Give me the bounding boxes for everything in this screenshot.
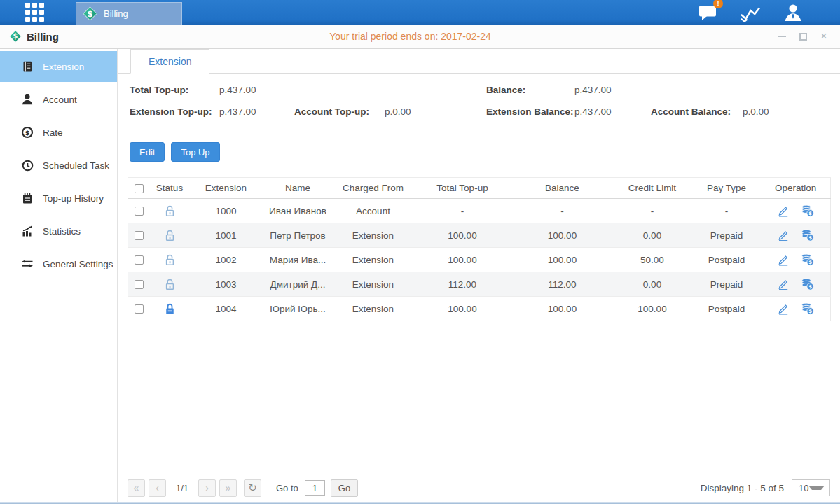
edit-icon[interactable] (777, 204, 790, 217)
sidebar-item-statistics[interactable]: Statistics (0, 216, 117, 246)
row-checkbox[interactable] (135, 304, 144, 314)
bar-chart-icon (21, 225, 34, 237)
table-row: 1003 Дмитрий Д... Extension 112.00 112.0… (128, 272, 830, 297)
refresh-button[interactable]: ↻ (244, 479, 261, 497)
sidebar-item-label: Scheduled Task (43, 160, 109, 171)
first-page-button[interactable]: « (128, 479, 145, 497)
cell-credit-limit: - (613, 199, 691, 223)
user-account-icon[interactable] (782, 2, 804, 23)
cell-credit-limit: 50.00 (613, 248, 691, 272)
window-controls: × (774, 29, 832, 44)
sidebar-item-label: Rate (43, 127, 63, 138)
trial-notice: Your trial period ends on: 2017-02-24 (0, 31, 820, 42)
minimize-button[interactable] (774, 29, 790, 44)
clock-history-icon (21, 159, 34, 172)
row-checkbox[interactable] (135, 280, 144, 289)
prev-page-button[interactable]: ‹ (149, 479, 166, 497)
topup-coins-icon[interactable] (801, 204, 815, 217)
header-operation: Operation (762, 178, 830, 199)
cell-extension: 1001 (189, 223, 263, 248)
cell-balance: 100.00 (511, 297, 613, 321)
chevron-down-icon (808, 486, 825, 490)
monitor-chart-icon[interactable] (739, 2, 761, 23)
page-size-select[interactable]: 10 (792, 479, 830, 496)
extension-table: Status Extension Name Charged From Total… (128, 177, 831, 321)
goto-label: Go to (276, 483, 298, 493)
cell-extension: 1000 (189, 199, 263, 223)
table-row: 1001 Петр Петров Extension 100.00 100.00… (128, 223, 830, 248)
balance-label: Balance: (486, 85, 525, 95)
table-row: 1000 Иван Иванов Account - - - - (128, 199, 830, 223)
billing-diamond-icon (9, 30, 22, 43)
person-icon (21, 93, 34, 106)
main-content: Extension Total Top-up: p.437.00 Balance… (118, 49, 840, 502)
goto-page-input[interactable] (305, 480, 325, 496)
cell-name: Юрий Юрь... (263, 297, 333, 321)
topup-coins-icon[interactable] (801, 229, 815, 241)
sidebar-item-scheduled-task[interactable]: Scheduled Task (0, 150, 117, 181)
taskbar-billing-tab[interactable]: Billing (76, 2, 182, 24)
last-page-button[interactable]: » (219, 479, 237, 497)
select-all-checkbox[interactable] (135, 184, 144, 193)
sidebar-item-general-settings[interactable]: General Settings (0, 248, 117, 279)
topup-coins-icon[interactable] (801, 278, 815, 290)
sidebar: Extension Account $ Rate (0, 49, 118, 502)
cell-charged-from: Extension (333, 272, 413, 297)
account-balance-value: p.0.00 (743, 106, 769, 117)
status-lock-icon (165, 230, 175, 240)
header-balance: Balance (511, 178, 613, 199)
edit-icon[interactable] (777, 278, 790, 290)
maximize-button[interactable] (795, 29, 811, 44)
desktop-taskbar: Billing ! (0, 0, 840, 24)
tab-extension[interactable]: Extension (130, 49, 209, 74)
sidebar-item-rate[interactable]: $ Rate (0, 117, 117, 148)
cell-extension: 1004 (189, 297, 263, 321)
row-checkbox[interactable] (135, 231, 144, 240)
extension-topup-label: Extension Top-up: (130, 106, 212, 117)
row-checkbox[interactable] (135, 255, 144, 265)
billing-app-window: Billing ! (0, 0, 840, 504)
cell-charged-from: Account (333, 199, 413, 223)
window-titlebar: Billing Your trial period ends on: 2017-… (0, 24, 840, 49)
sidebar-item-topup-history[interactable]: Top-up History (0, 183, 117, 214)
cell-pay-type: Prepaid (691, 272, 762, 297)
row-checkbox[interactable] (135, 206, 144, 216)
extension-topup-value: p.437.00 (219, 106, 256, 117)
cell-balance: 100.00 (511, 223, 613, 248)
edit-icon[interactable] (777, 302, 790, 315)
header-status: Status (150, 178, 189, 199)
line-chart-icon (739, 3, 761, 22)
apps-grid-icon[interactable] (25, 3, 44, 22)
topup-button[interactable]: Top Up (171, 142, 219, 162)
sidebar-item-label: Extension (43, 62, 84, 72)
cell-pay-type: Postpaid (691, 297, 762, 321)
topup-coins-icon[interactable] (801, 302, 815, 315)
billing-diamond-icon (83, 6, 97, 21)
status-lock-icon (165, 254, 175, 265)
sidebar-item-label: Statistics (43, 226, 81, 237)
cell-name: Иван Иванов (263, 199, 333, 223)
extension-balance-label: Extension Balance: (486, 106, 574, 117)
messages-icon[interactable]: ! (696, 2, 718, 23)
edit-icon[interactable] (777, 229, 790, 241)
cell-name: Мария Ива... (263, 248, 333, 272)
status-lock-icon (165, 279, 175, 289)
cell-balance: 112.00 (511, 272, 613, 297)
next-page-button[interactable]: › (198, 479, 216, 497)
edit-icon[interactable] (777, 253, 790, 266)
cell-name: Дмитрий Д... (263, 272, 333, 297)
go-button[interactable]: Go (331, 479, 358, 497)
sidebar-item-label: General Settings (43, 259, 113, 270)
total-topup-label: Total Top-up: (130, 85, 188, 95)
topup-coins-icon[interactable] (801, 253, 815, 266)
table-header-row: Status Extension Name Charged From Total… (128, 178, 830, 199)
sidebar-item-account[interactable]: Account (0, 84, 117, 115)
sliders-icon (21, 258, 34, 270)
total-topup-value: p.437.00 (219, 85, 256, 95)
cell-total-topup: 100.00 (413, 248, 511, 272)
edit-button[interactable]: Edit (130, 142, 165, 162)
sidebar-item-extension[interactable]: Extension (0, 51, 117, 82)
page-size-value: 10 (792, 483, 808, 493)
pagination-bar: « ‹ 1/1 › » ↻ Go to Go Displaying 1 - 5 … (128, 479, 830, 497)
close-button[interactable]: × (816, 29, 832, 44)
